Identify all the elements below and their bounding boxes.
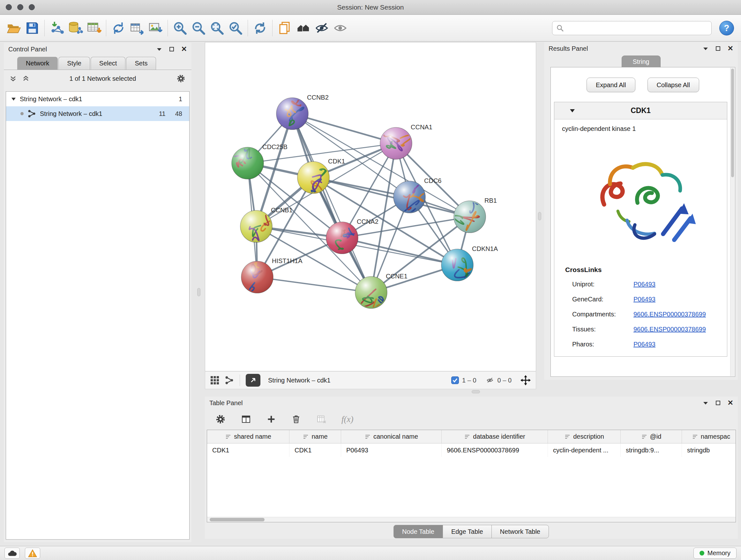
tab-node-table[interactable]: Node Table [394, 525, 443, 538]
crosslink-link[interactable]: 9606.ENSP00000378699 [633, 326, 706, 333]
crosslink-link[interactable]: 9606.ENSP00000378699 [633, 311, 706, 318]
import-network-from-database-button[interactable] [66, 18, 84, 38]
select-columns-icon[interactable] [241, 414, 252, 425]
network-canvas[interactable]: CCNB2CCNA1CDC25BCDK1CDC6RB1CCNB1CCNA2CDK… [205, 43, 536, 371]
new-network-from-selection-button[interactable] [109, 18, 128, 38]
network-edge[interactable] [313, 178, 470, 217]
open-session-button[interactable] [4, 18, 23, 38]
panel-close-icon[interactable]: ✕ [728, 45, 733, 52]
add-column-icon[interactable] [266, 414, 276, 424]
tab-edge-table[interactable]: Edge Table [443, 525, 492, 538]
column-header-description[interactable]: description [548, 430, 621, 443]
detach-view-button[interactable] [246, 374, 260, 387]
network-node[interactable]: RB1 [453, 197, 497, 233]
crosslink-link[interactable]: P06493 [633, 281, 656, 288]
network-node[interactable]: CDC25B [227, 143, 287, 179]
network-list-icon[interactable] [225, 376, 234, 385]
network-node[interactable]: CCNB1 [240, 206, 293, 242]
home-view-button[interactable] [294, 18, 313, 38]
tab-network[interactable]: Network [17, 57, 58, 70]
memory-button[interactable]: Memory [693, 548, 737, 559]
maximize-window-button[interactable] [29, 4, 35, 10]
network-node[interactable]: CDC6 [394, 177, 441, 217]
network-selection-row: 1 of 1 Network selected [4, 70, 192, 87]
horizontal-splitter-handle[interactable] [472, 390, 480, 393]
results-scrollbar-thumb[interactable] [731, 69, 734, 177]
function-builder-icon[interactable]: f(x) [341, 415, 353, 424]
export-image-button[interactable] [146, 18, 165, 38]
table-horizontal-scrollbar[interactable] [207, 517, 736, 522]
grid-view-icon[interactable] [210, 376, 219, 385]
network-node[interactable]: CCNE1 [355, 273, 408, 311]
copy-document-button[interactable] [275, 18, 294, 38]
crosslink-link[interactable]: P06493 [633, 341, 656, 348]
floppy-disk-icon [25, 21, 40, 36]
panel-maximize-icon[interactable] [716, 400, 721, 406]
column-header-shared-name[interactable]: shared name [207, 430, 289, 443]
pan-move-icon[interactable] [521, 375, 531, 385]
table-row[interactable]: CDK1 CDK1 P06493 9606.ENSP00000378699 cy… [207, 443, 736, 457]
selected-checkbox-icon[interactable] [451, 376, 459, 384]
refresh-view-button[interactable] [251, 18, 269, 38]
column-header-namespace[interactable]: namespac [682, 430, 736, 443]
tab-sets[interactable]: Sets [126, 57, 156, 70]
network-node[interactable]: CCNA1 [380, 124, 432, 159]
network-edges [248, 114, 470, 293]
network-row[interactable]: String Network – cdk1 11 48 [6, 106, 189, 121]
panel-maximize-icon[interactable] [169, 47, 174, 52]
column-header-name[interactable]: name [289, 430, 341, 443]
import-table-from-file-button[interactable] [84, 18, 103, 38]
section-collapse-icon[interactable] [569, 109, 575, 113]
network-options-gear-icon[interactable] [176, 74, 186, 83]
panel-close-icon[interactable]: ✕ [728, 399, 733, 407]
network-collection-row[interactable]: String Network – cdk1 1 [6, 91, 189, 106]
protein-section-header[interactable]: CDK1 [554, 102, 727, 119]
panel-maximize-icon[interactable] [716, 46, 721, 51]
delete-column-icon[interactable] [291, 414, 301, 424]
image-export-icon [148, 20, 163, 36]
search-input[interactable] [566, 24, 708, 32]
warnings-button[interactable] [25, 548, 40, 559]
tab-network-table[interactable]: Network Table [491, 525, 549, 538]
show-graphics-details-button[interactable] [331, 18, 349, 38]
results-scrollbar[interactable] [730, 68, 735, 376]
expand-all-button[interactable]: Expand All [587, 78, 635, 92]
save-session-button[interactable] [23, 18, 42, 38]
network-edge[interactable] [342, 238, 457, 265]
network-node[interactable]: CCNB2 [276, 94, 329, 130]
new-network-from-table-button[interactable] [128, 18, 146, 38]
zoom-selected-button[interactable] [226, 18, 245, 38]
hide-graphics-details-button[interactable] [313, 18, 331, 38]
close-window-button[interactable] [6, 4, 12, 10]
network-node[interactable]: HIST1H1A [241, 257, 302, 293]
column-header-canonical-name[interactable]: canonical name [341, 430, 442, 443]
column-header-database-identifier[interactable]: database identifier [442, 430, 548, 443]
collapse-all-button[interactable]: Collapse All [648, 78, 699, 92]
crosslink-link[interactable]: P06493 [633, 296, 656, 303]
column-header-id[interactable]: @id [621, 430, 682, 443]
network-view[interactable]: CCNB2CCNA1CDC25BCDK1CDC6RB1CCNB1CCNA2CDK… [205, 42, 536, 371]
help-button[interactable]: ? [719, 21, 734, 36]
tab-select[interactable]: Select [91, 57, 126, 70]
tab-string[interactable]: String [622, 56, 661, 67]
right-splitter-handle[interactable] [538, 212, 541, 220]
network-node[interactable]: CDK1 [297, 158, 345, 196]
tab-style[interactable]: Style [58, 57, 90, 70]
import-network-from-file-button[interactable] [48, 18, 66, 38]
expand-all-chevron-icon[interactable] [22, 75, 29, 82]
network-edge[interactable] [292, 114, 371, 293]
zoom-out-button[interactable] [189, 18, 208, 38]
collapse-all-chevron-icon[interactable] [10, 75, 17, 82]
table-scrollbar-thumb[interactable] [210, 518, 265, 521]
panel-float-icon[interactable] [156, 47, 162, 51]
panel-float-icon[interactable] [703, 401, 709, 405]
minimize-window-button[interactable] [17, 4, 23, 10]
left-splitter-handle[interactable] [197, 288, 200, 296]
network-edge[interactable] [257, 277, 371, 293]
cloud-status-button[interactable] [4, 548, 20, 559]
panel-float-icon[interactable] [703, 47, 709, 51]
zoom-fit-button[interactable] [208, 18, 226, 38]
panel-close-icon[interactable]: ✕ [181, 46, 187, 53]
zoom-in-button[interactable] [171, 18, 189, 38]
table-settings-gear-icon[interactable] [215, 414, 226, 425]
